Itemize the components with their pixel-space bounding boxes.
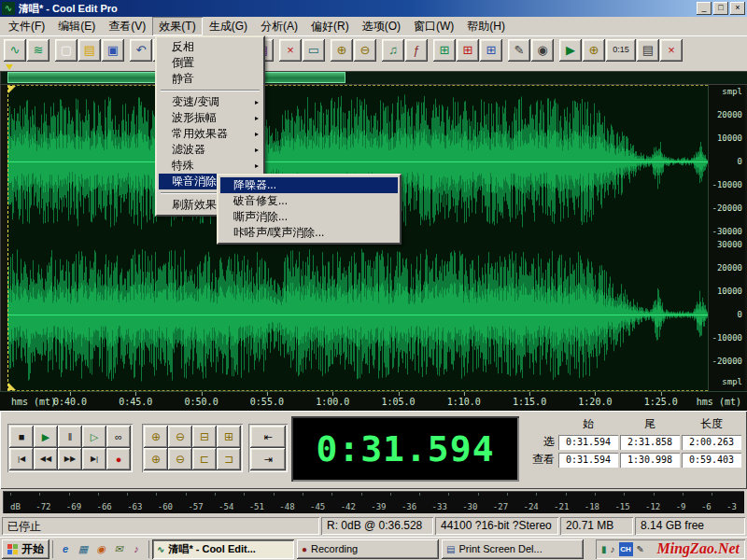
stop-button[interactable]: ■ bbox=[9, 426, 34, 448]
multitrack-view-button[interactable]: ≋ bbox=[27, 39, 49, 62]
pen-input-icon[interactable]: ✎ bbox=[637, 544, 644, 554]
save-file-button[interactable]: ▣ bbox=[102, 39, 124, 62]
open-file-button[interactable]: ▤ bbox=[78, 39, 101, 62]
horizontal-scroll-overview[interactable] bbox=[0, 71, 747, 84]
effects-menu-item-6[interactable]: 常用效果器▸ bbox=[159, 126, 261, 142]
play-button[interactable]: ▶ bbox=[34, 426, 58, 448]
menubar-item-7[interactable]: 选项(O) bbox=[356, 17, 407, 35]
convert-sample-type-button[interactable]: ♫ bbox=[382, 39, 404, 62]
effects-menu-item-2[interactable]: 静音 bbox=[159, 71, 261, 87]
status-file-size: 20.71 MB bbox=[560, 517, 633, 535]
new-file-button[interactable]: ▢ bbox=[55, 39, 78, 62]
zoom-sel-right-edge-button[interactable]: ⊐ bbox=[217, 448, 241, 470]
minimize-button[interactable]: _ bbox=[697, 2, 712, 15]
pause-button[interactable]: ‖ bbox=[58, 426, 82, 448]
preroll-time-button[interactable]: 0:15 bbox=[606, 39, 636, 62]
effects-menu-item-5[interactable]: 波形振幅▸ bbox=[159, 110, 261, 126]
timeline-ruler[interactable]: hms (mt) hms (mt) 0:40.00:45.00:50.00:55… bbox=[0, 391, 747, 411]
taskbar-task-2[interactable]: ▤Print Screen Del... bbox=[442, 539, 584, 559]
play-preview-button[interactable]: ▶ bbox=[559, 39, 582, 62]
mixer-button[interactable]: ⊞ bbox=[480, 39, 502, 62]
menubar-item-5[interactable]: 分析(A) bbox=[254, 17, 304, 35]
selection-start-marker-icon[interactable] bbox=[6, 64, 13, 70]
menubar-item-9[interactable]: 帮助(H) bbox=[460, 17, 512, 35]
undo-button[interactable]: ↶ bbox=[130, 39, 152, 62]
meter-db-label: -45 bbox=[310, 502, 325, 511]
play-to-end-button[interactable]: ▷ bbox=[82, 426, 106, 448]
effects-menu-item-0[interactable]: 反相 bbox=[159, 39, 261, 55]
noise-submenu-item-2[interactable]: 嘶声消除... bbox=[220, 209, 398, 225]
level-meter[interactable]: dB-72-69-66-63-60-57-54-51-48-45-42-39-3… bbox=[0, 489, 747, 515]
status-free-space: 8.14 GB free bbox=[635, 517, 745, 535]
volume-icon[interactable]: ♪ bbox=[611, 544, 615, 554]
zoom-in-vertical-button[interactable]: ⊕ bbox=[144, 448, 168, 470]
cue-list-button[interactable]: ⊞ bbox=[433, 39, 456, 62]
pencil-edit-button[interactable]: ✎ bbox=[508, 39, 530, 62]
media-player-icon[interactable]: ◉ bbox=[93, 541, 108, 556]
view-begin-field[interactable]: 0:31.594 bbox=[558, 453, 618, 468]
maximize-button[interactable]: □ bbox=[713, 2, 728, 15]
effects-rack-button[interactable]: ƒ bbox=[405, 39, 428, 62]
go-to-beginning-button[interactable]: |◀ bbox=[9, 448, 34, 470]
ime-chinese-icon[interactable]: CH bbox=[619, 542, 633, 556]
record-button[interactable]: ● bbox=[106, 448, 131, 470]
waveform-view-button[interactable]: ∿ bbox=[4, 39, 26, 62]
menubar-item-2[interactable]: 查看(V) bbox=[102, 17, 152, 35]
play-list-button[interactable]: ⊞ bbox=[457, 39, 479, 62]
effects-menu-item-1[interactable]: 倒置 bbox=[159, 55, 261, 71]
rewind-button[interactable]: ◀◀ bbox=[34, 448, 58, 470]
view-end-field[interactable]: 1:30.998 bbox=[620, 453, 680, 468]
start-button[interactable]: 开始 bbox=[2, 539, 49, 559]
noise-submenu-item-1[interactable]: 破音修复... bbox=[220, 193, 398, 209]
close-file-button[interactable]: × bbox=[660, 39, 683, 62]
delete-selection-button[interactable]: × bbox=[279, 39, 302, 62]
zoom-in-horizontal-button[interactable]: ⊕ bbox=[144, 426, 168, 448]
fast-forward-button[interactable]: ▶▶ bbox=[58, 448, 82, 470]
timeline-tick: 0:50.0 bbox=[185, 397, 218, 407]
taskbar-task-0[interactable]: ∿清唱* - Cool Edit... bbox=[152, 539, 294, 559]
close-button[interactable]: × bbox=[730, 2, 745, 15]
zoom-to-selection-button[interactable]: ⊞ bbox=[217, 426, 241, 448]
menubar-item-3[interactable]: 效果(T) bbox=[152, 17, 202, 35]
play-looped-button[interactable]: ∞ bbox=[106, 426, 131, 448]
mail-icon[interactable]: ✉ bbox=[111, 541, 126, 556]
effects-menu-item-8[interactable]: 特殊▸ bbox=[159, 158, 261, 174]
zoom-out-vertical-button[interactable]: ⊖ bbox=[168, 448, 192, 470]
find-zoom-button[interactable]: ⊕ bbox=[583, 39, 605, 62]
view-to-sel-start-button[interactable]: ⇤ bbox=[250, 426, 286, 448]
trim-button[interactable]: ▭ bbox=[303, 39, 325, 62]
menubar-item-1[interactable]: 编辑(E) bbox=[51, 17, 102, 35]
organizer-button[interactable]: ▤ bbox=[637, 39, 659, 62]
go-to-end-button[interactable]: ▶| bbox=[82, 448, 106, 470]
selection-end-field[interactable]: 2:31.858 bbox=[620, 435, 680, 450]
zoom-sel-left-edge-button[interactable]: ⊏ bbox=[192, 448, 217, 470]
equalizer-icon[interactable]: ▮ bbox=[601, 544, 607, 554]
zoom-out-horizontal-button[interactable]: ⊖ bbox=[168, 426, 192, 448]
selection-begin-field[interactable]: 0:31.594 bbox=[558, 435, 618, 450]
menubar-item-0[interactable]: 文件(F) bbox=[2, 17, 51, 35]
view-to-sel-end-button[interactable]: ⇥ bbox=[250, 448, 286, 470]
menubar-item-8[interactable]: 窗口(W) bbox=[407, 17, 460, 35]
effects-menu-item-4[interactable]: 变速/变调▸ bbox=[159, 94, 261, 110]
internet-explorer-icon[interactable]: e bbox=[58, 541, 73, 556]
view-length-field[interactable]: 0:59.403 bbox=[682, 453, 741, 468]
noise-submenu-item-3[interactable]: 咔嗒声/噗声消除... bbox=[220, 225, 398, 241]
taskbar-task-1[interactable]: ●Recording bbox=[297, 539, 439, 559]
effects-menu-item-7[interactable]: 滤波器▸ bbox=[159, 142, 261, 158]
menubar-item-4[interactable]: 生成(G) bbox=[203, 17, 254, 35]
music-player-icon[interactable]: ♪ bbox=[129, 541, 144, 556]
watermark: MingZao.Net bbox=[657, 540, 740, 557]
selection-handle-top-icon[interactable] bbox=[8, 86, 16, 93]
menubar-item-6[interactable]: 偏好(R) bbox=[304, 17, 356, 35]
zoom-out-button[interactable]: ⊖ bbox=[354, 39, 376, 62]
selection-length-field[interactable]: 2:00.263 bbox=[682, 435, 741, 450]
noise-submenu-item-0[interactable]: 降噪器... bbox=[220, 177, 398, 193]
scale-label: -20000 bbox=[712, 357, 742, 366]
show-desktop-icon[interactable]: ▦ bbox=[76, 541, 91, 556]
zoom-in-button[interactable]: ⊕ bbox=[331, 39, 353, 62]
amplitude-scale[interactable]: smpl20000100000-10000-20000-300003000020… bbox=[708, 85, 745, 391]
zoom-out-full-button[interactable]: ⊟ bbox=[192, 426, 217, 448]
scrub-button[interactable]: ◉ bbox=[531, 39, 554, 62]
level-meter-scale: dB-72-69-66-63-60-57-54-51-48-45-42-39-3… bbox=[3, 491, 744, 513]
selection-handle-bottom-icon[interactable] bbox=[8, 383, 16, 390]
